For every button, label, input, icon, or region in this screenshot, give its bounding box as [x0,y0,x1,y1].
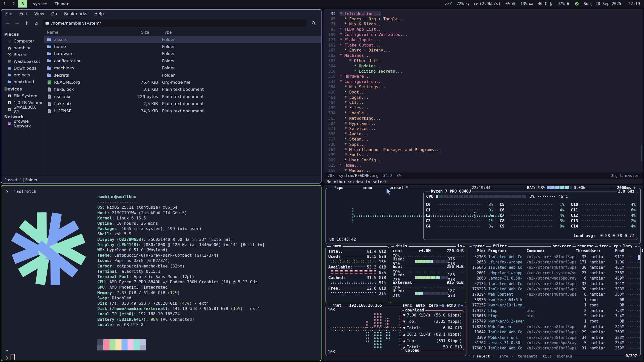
shell-prompt[interactable]: ❯ [6,354,15,360]
proc-col-threads[interactable]: Threads: [576,249,586,253]
org-heading-line[interactable]: 698* Audio... [324,131,640,137]
sidebar-item-projects[interactable]: projects [1,72,44,78]
org-heading-line[interactable]: 93* TLDR App List... [324,27,640,32]
tab-io[interactable]: io [456,244,463,248]
process-row[interactable]: 176000Isolated Web Co/nix/store/sm8fmrf3… [470,346,639,351]
proc-col-mem[interactable]: MemB [611,249,624,253]
workspace-button-3[interactable]: 3 [18,0,27,8]
tab-proc[interactable]: ⁴proc [472,244,486,248]
proc-reverse-button[interactable]: reverse [576,244,595,248]
path-bar[interactable]: /home/nambiar/system/ [43,19,306,27]
org-heading-line[interactable]: 310* Editing secrets... [324,69,640,74]
process-row[interactable]: 175749kworker/6:2-even1root0B0.0 [470,319,639,324]
menu-button[interactable]: menu [361,186,373,190]
process-row[interactable]: 3390WebExtensions/nix/store/sm8fmrf3wps4… [470,335,639,340]
proc-filter-button[interactable]: filter [491,244,508,248]
sidebar-item-downloads[interactable]: Downloads [1,65,44,72]
org-heading-line[interactable]: 428* Boot... [324,89,640,95]
sidebar-item-nextcloud[interactable]: nextcloud [1,78,44,85]
process-row[interactable]: 52134Isolated Web Co/nix/store/sm8fmrf3w… [470,281,639,286]
net-zero-button[interactable]: zero [427,303,439,308]
home-button[interactable]: ⌂ [33,20,39,26]
file-row[interactable]: configurationFolder [44,57,321,64]
sidebar-item-nambiar[interactable]: nambiar [1,44,44,51]
file-row[interactable]: homeFolder [44,43,321,50]
process-row[interactable]: 52368Isolated Web Co/nix/store/sm8fmrf3w… [470,254,639,259]
up-button[interactable]: ↑ [23,20,30,26]
org-heading-line[interactable]: 499* Files... [324,105,640,110]
menu-edit[interactable]: Edit [19,11,27,16]
file-row[interactable]: LICENSE34,3 KiBPlain text document [44,107,321,114]
org-heading-line[interactable]: 65* Emacs + Org + Tangle... [324,16,640,22]
org-heading-line[interactable]: 534* Locale... [324,110,640,116]
process-row[interactable]: 177257kworker/10:1-mm_1root0B0.0 [470,303,639,308]
file-row[interactable]: hardwareFolder [44,50,321,57]
org-heading-line[interactable]: 484* CLI... [324,100,640,105]
process-row[interactable]: 176646Isolated Web Co/nix/store/sm8fmrf3… [470,265,639,270]
org-heading-line[interactable]: 304* Updates... [324,63,640,69]
kill-key[interactable]: kill [543,354,551,358]
org-heading-line[interactable]: 71* Nix & Nixos... [324,22,640,27]
proc-scrollbar-thumb[interactable] [638,255,640,260]
menu-file[interactable]: File [5,11,12,16]
workspace-button-2[interactable]: 2 [9,0,18,8]
menu-help[interactable]: Help [94,11,104,16]
org-heading-line[interactable]: 764* Miscellaneous Packages and Programs… [324,147,640,152]
process-row[interactable]: 2601.Hyprland-wrapp/run/current-system/s… [470,270,639,276]
org-heading-line[interactable]: 384* Nix Settings... [324,84,640,89]
org-heading-line[interactable]: 344* Configuration... [324,79,640,84]
process-row[interactable]: 13642Isolated Web Co/nix/store/sm8fmrf3w… [470,329,639,335]
org-heading-line[interactable]: 563* Networking... [324,116,640,121]
workspace-button-1[interactable]: 1 [0,0,9,8]
org-heading-line[interactable]: 109* Configuration Variables... [324,32,640,37]
proc-col-program[interactable]: Program: [486,249,527,253]
org-heading-line[interactable]: 584* Hyprland... [324,121,640,126]
sidebar-item-file-system[interactable]: File System [1,93,44,99]
process-row[interactable]: 2660.emacs-31.0.50-/nix/store/wnqz5pa8ra… [470,276,639,281]
column-name[interactable]: Name [44,30,139,35]
org-heading-line[interactable]: 736* Sops... [324,142,640,147]
column-size[interactable]: Size [139,30,160,35]
tab-cpu[interactable]: ¹cpu [333,186,345,190]
tab-mem[interactable]: ²mem [331,244,343,248]
emacs-scrollbar-thumb[interactable] [641,145,642,161]
proc-col-pid[interactable]: Pid: [470,249,486,253]
menu-bookmarks[interactable]: Bookmarks [64,11,87,16]
sidebar-item-wastebasket[interactable]: Wastebasket [1,58,44,65]
org-heading-line[interactable]: 825* Home... [324,163,640,168]
sidebar-item-recent[interactable]: Recent [1,51,44,58]
net-interface-switch[interactable]: ←b eth0 n→ [438,303,464,308]
org-heading-line[interactable]: 303* Other Utils [324,58,640,63]
process-row[interactable]: 38936kworker/u64:6-kc1root0B0.0 [470,297,639,302]
process-row[interactable]: 178616btopbtop2nambiar7.4M0.0 [470,313,639,319]
org-heading-line[interactable]: 34* Introduction... [324,11,640,16]
net-auto-button[interactable]: auto [414,303,426,308]
info-key[interactable]: info ↵ [499,354,512,358]
process-row[interactable]: 2658.firefox-wrappe/nix/store/sm8fmrf3wp… [470,259,639,265]
file-row[interactable]: user.nix229 bytesPlain text document [44,93,321,100]
tab-disks[interactable]: disks [394,244,409,248]
search-button[interactable] [309,21,318,25]
process-row[interactable]: 178294Web Content/nix/store/sm8fmrf3wps4… [470,292,639,297]
org-heading-line[interactable]: 267* Envrc + Direnv... [324,48,640,53]
sidebar-item-smallbox-wi-[interactable]: SMALLBOX Wi... [1,106,44,113]
menu-go[interactable]: Go [51,11,57,16]
net-sync-button[interactable]: sync [401,303,413,308]
org-heading-line[interactable]: 671* Services... [324,126,640,131]
file-row[interactable]: secretsFolder [44,72,321,79]
org-heading-line[interactable]: 121* Flake Inputs... [324,37,640,42]
process-row[interactable]: 179127btopbtop2nambiar7.3M0.0 [470,308,639,313]
signals-key[interactable]: signals [557,354,572,358]
file-row[interactable]: flake.lock3,1 KiBPlain text document [44,86,321,93]
org-heading-line[interactable]: 799* Fonts... [324,152,640,158]
proc-sort-selector[interactable]: ← cpu lazy → [608,244,638,248]
org-heading-line[interactable]: 717* Steam... [324,137,640,142]
forward-button[interactable]: → [14,20,20,26]
process-row[interactable]: 176223Isolated Web Co/nix/store/sm8fmrf3… [470,286,639,292]
select-keys[interactable]: ↑ select ↓ [472,354,494,358]
proc-percore-button[interactable]: per-core [551,244,573,248]
proc-col-command[interactable]: Command: [527,249,576,253]
terminate-key[interactable]: terminate [518,354,538,358]
org-heading-line[interactable]: 162* Flake Output... [324,42,640,48]
org-heading-line[interactable]: 809* User Config... [324,157,640,163]
